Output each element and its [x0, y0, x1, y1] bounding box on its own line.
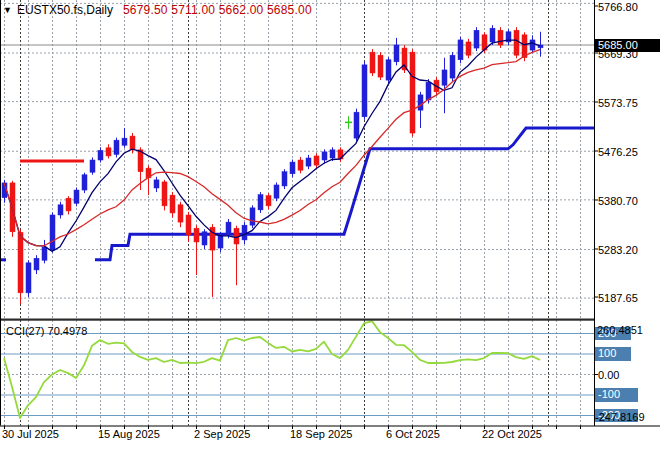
candle-body	[282, 172, 287, 186]
candle-body	[50, 215, 55, 250]
date-label: 15 Aug 2025	[98, 428, 160, 440]
candle-body	[290, 162, 295, 174]
candle-body	[98, 150, 103, 160]
candle-body	[250, 208, 255, 225]
trading-chart-window: ▼ EUSTX50.fs,Daily 5679.50 5711.00 5662.…	[0, 0, 660, 450]
price-axis-label: 5766.80	[598, 1, 638, 13]
candle-body	[226, 222, 231, 235]
candle-body	[178, 205, 183, 222]
candle-body	[314, 156, 319, 165]
candle-body	[490, 28, 495, 42]
cci-level-label: -100	[595, 388, 638, 402]
candle-body	[202, 232, 207, 245]
candle-body	[410, 52, 415, 133]
candle-body	[418, 95, 423, 110]
candle-body	[186, 215, 191, 235]
candle-body	[266, 196, 271, 206]
panel-separator	[0, 319, 594, 321]
cci-max-label: 260.4851	[597, 324, 643, 336]
candle-body	[450, 55, 455, 78]
candle-body	[194, 228, 199, 242]
current-price-box: 5685.00	[595, 39, 660, 53]
candle-body	[170, 195, 175, 213]
candle-body	[26, 263, 31, 293]
price-axis-label: 5573.75	[598, 97, 638, 109]
candle-body	[514, 30, 519, 55]
candle-body	[274, 185, 279, 198]
candle-body	[18, 232, 23, 293]
cci-min-label: -247.8169	[595, 411, 645, 423]
cci-level-label: 100	[595, 347, 631, 361]
candle-body	[74, 190, 79, 203]
candle-body	[458, 40, 463, 60]
candle-body	[242, 225, 247, 240]
candle-body	[426, 82, 431, 100]
cci-indicator-label: CCI(27) 70.4978	[6, 325, 87, 337]
date-label: 18 Sep 2025	[290, 428, 352, 440]
price-axis-label: 5380.70	[598, 195, 638, 207]
candle-body	[122, 138, 127, 145]
candle-body	[386, 60, 391, 80]
current-price-value: 5685.00	[598, 39, 638, 51]
date-label: 30 Jul 2025	[2, 428, 59, 440]
price-axis-label: 5476.25	[598, 146, 638, 158]
chart-canvas	[0, 0, 660, 450]
candle-body	[362, 65, 367, 117]
candle-body	[82, 175, 87, 190]
candle-body	[298, 160, 303, 170]
candle-body	[162, 182, 167, 206]
price-axis-label: 5283.20	[598, 244, 638, 256]
candle-body	[306, 158, 311, 166]
symbol-period-label: EUSTX50.fs,Daily	[17, 3, 113, 17]
chart-header: ▼ EUSTX50.fs,Daily 5679.50 5711.00 5662.…	[3, 3, 312, 17]
candle-body	[378, 55, 383, 77]
candle-body	[34, 258, 39, 270]
symbol-dropdown-icon[interactable]: ▼	[3, 3, 12, 17]
ma-line	[4, 40, 540, 251]
step-line	[95, 128, 594, 260]
price-axis-label: 5187.65	[598, 292, 638, 304]
cci-level-label: 0.00	[598, 369, 619, 381]
date-label: 22 Oct 2025	[482, 428, 542, 440]
ohlc-quote-label: 5679.50 5711.00 5662.00 5685.00	[123, 3, 312, 17]
candle-body	[522, 35, 527, 58]
candle-body	[218, 235, 223, 248]
candle-body	[130, 136, 135, 150]
candle-body	[442, 70, 447, 85]
candle-body	[370, 52, 375, 73]
candle-body	[138, 150, 143, 172]
candle-body	[466, 42, 471, 55]
candle-body	[394, 45, 399, 62]
candle-body	[354, 112, 359, 138]
date-label: 6 Oct 2025	[386, 428, 440, 440]
candle-body	[42, 247, 47, 260]
candle-body	[154, 180, 159, 188]
candle-body	[322, 152, 327, 160]
candle-body	[66, 198, 71, 211]
date-label: 2 Sep 2025	[194, 428, 250, 440]
candle-body	[258, 195, 263, 210]
candle-body	[330, 150, 335, 158]
candle-body	[498, 30, 503, 45]
candle-body	[114, 140, 119, 154]
candle-body	[106, 148, 111, 156]
candle-body	[530, 40, 535, 50]
candle-body	[58, 205, 63, 215]
candle-body	[90, 160, 95, 172]
candle-body	[474, 30, 479, 48]
